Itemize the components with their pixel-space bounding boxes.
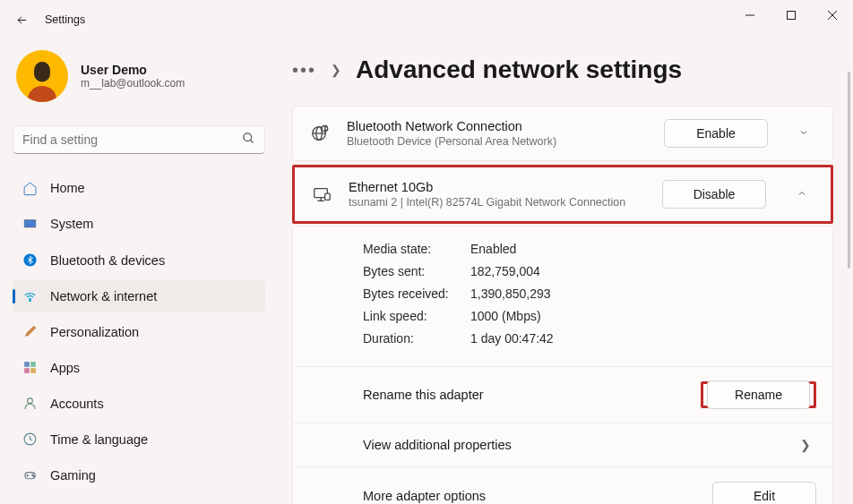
nav-apps[interactable]: Apps — [13, 352, 265, 384]
nav-label: Accounts — [50, 397, 104, 411]
svg-rect-7 — [24, 220, 36, 228]
content-scrollbar[interactable] — [848, 72, 850, 486]
person-icon — [22, 396, 38, 412]
close-button[interactable] — [812, 2, 853, 29]
bluetooth-icon — [22, 252, 38, 269]
svg-point-18 — [31, 474, 32, 475]
user-email: m__lab@outlook.com — [81, 77, 185, 90]
nav-label: System — [50, 217, 93, 231]
back-button[interactable] — [7, 5, 36, 34]
nav-label: Personalization — [50, 325, 139, 339]
svg-point-15 — [27, 398, 32, 404]
brush-icon — [22, 324, 38, 340]
chevron-up-icon[interactable] — [789, 188, 814, 201]
svg-rect-13 — [24, 368, 30, 373]
window-title: Settings — [45, 13, 85, 26]
svg-rect-1 — [788, 12, 796, 20]
adapter-title: Ethernet 10Gb — [349, 180, 646, 194]
wifi-icon — [22, 288, 38, 304]
svg-point-19 — [33, 476, 34, 477]
nav-label: Gaming — [50, 468, 96, 483]
search-box[interactable] — [13, 125, 265, 154]
maximize-button[interactable] — [771, 2, 812, 29]
system-icon — [22, 216, 38, 232]
adapter-title: Bluetooth Network Connection — [347, 119, 648, 133]
more-options-row[interactable]: More adapter options Edit — [293, 466, 832, 504]
svg-rect-27 — [325, 193, 331, 200]
search-icon — [242, 132, 255, 149]
apps-icon — [22, 360, 38, 376]
avatar — [16, 50, 68, 102]
rename-button[interactable]: Rename — [707, 380, 810, 409]
nav-home[interactable]: Home — [13, 172, 265, 204]
minimize-button[interactable] — [729, 2, 771, 29]
chevron-right-icon: ❯ — [331, 63, 341, 77]
nav-label: Network & internet — [50, 289, 157, 303]
page-title: Advanced network settings — [356, 56, 682, 84]
nav-label: Home — [50, 181, 85, 195]
monitor-icon — [311, 184, 332, 205]
nav-accounts[interactable]: Accounts — [13, 388, 265, 420]
home-icon — [22, 180, 38, 196]
nav-label: Time & language — [50, 432, 148, 447]
svg-line-6 — [250, 140, 253, 142]
rename-row[interactable]: Rename this adapter Rename — [293, 366, 832, 423]
highlighted-rename: Rename — [701, 381, 816, 408]
nav-label: Bluetooth & devices — [50, 253, 165, 268]
svg-point-10 — [29, 300, 30, 302]
search-input[interactable] — [22, 132, 242, 147]
svg-rect-11 — [24, 362, 30, 367]
clock-icon — [22, 431, 38, 448]
svg-rect-12 — [30, 362, 36, 367]
user-block[interactable]: User Demo m__lab@outlook.com — [13, 39, 265, 122]
edit-button[interactable]: Edit — [712, 482, 816, 504]
svg-point-5 — [244, 133, 252, 141]
chevron-right-icon: ❯ — [795, 438, 816, 452]
adapter-subtitle: Bluetooth Device (Personal Area Network) — [347, 135, 648, 148]
disable-button[interactable]: Disable — [662, 180, 766, 209]
user-name: User Demo — [81, 63, 185, 77]
breadcrumb-more[interactable]: ••• — [292, 60, 316, 81]
nav-gaming[interactable]: Gaming — [13, 459, 265, 491]
nav-network[interactable]: Network & internet — [13, 280, 265, 312]
highlighted-adapter: Ethernet 10Gb tsunami 2 | Intel(R) 82574… — [292, 165, 833, 224]
nav-system[interactable]: System — [13, 208, 265, 240]
adapter-subtitle: tsunami 2 | Intel(R) 82574L Gigabit Netw… — [349, 196, 646, 209]
enable-button[interactable]: Enable — [664, 119, 768, 148]
nav-bluetooth[interactable]: Bluetooth & devices — [13, 244, 265, 277]
nav-time[interactable]: Time & language — [13, 423, 265, 456]
nav-label: Apps — [50, 361, 80, 375]
gaming-icon — [22, 467, 38, 483]
view-properties-row[interactable]: View additional properties ❯ — [293, 423, 832, 466]
adapter-card-bluetooth: Bluetooth Network Connection Bluetooth D… — [292, 106, 833, 161]
scrollbar-thumb[interactable] — [848, 72, 850, 269]
nav-personalization[interactable]: Personalization — [13, 316, 265, 348]
adapter-details: Media state:Enabled Bytes sent:182,759,0… — [293, 227, 832, 366]
svg-rect-14 — [30, 368, 36, 373]
chevron-down-icon[interactable] — [791, 127, 816, 141]
globe-icon — [309, 123, 331, 144]
